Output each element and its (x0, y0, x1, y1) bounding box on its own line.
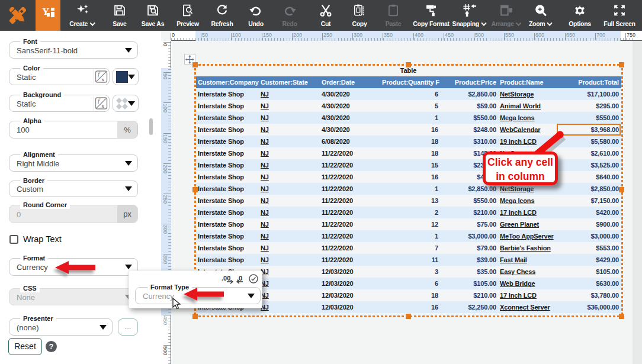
svg-text:x: x (102, 76, 105, 82)
svg-text:f: f (98, 97, 101, 104)
svg-text:x: x (102, 103, 105, 109)
svg-text:f: f (98, 70, 101, 78)
